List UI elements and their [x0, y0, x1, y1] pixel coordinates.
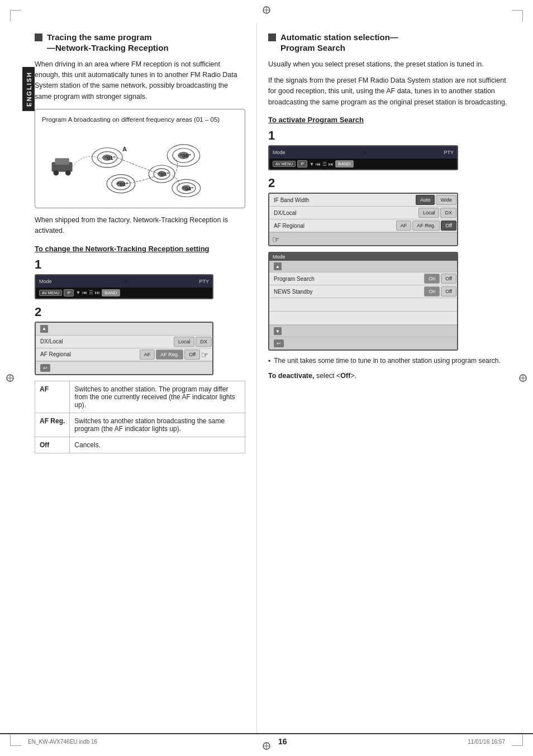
- off-btn[interactable]: Off: [184, 350, 200, 360]
- footer-left: EN_KW-AVX746EU.indb 16: [28, 739, 97, 745]
- right-row-afregional: AF Regional AF AF Reg. Off: [269, 219, 457, 232]
- af-btn[interactable]: AF: [140, 350, 155, 360]
- auto-btn[interactable]: Auto: [416, 195, 435, 205]
- newsstandby-off-btn[interactable]: Off: [441, 286, 456, 296]
- right-row-ifbandwidth: IF Band Width Auto Wide: [269, 194, 457, 207]
- svg-text:☞: ☞: [122, 277, 129, 286]
- svg-text:"01": "01": [104, 155, 116, 161]
- right-av-btn-1[interactable]: AV MENU: [273, 161, 296, 167]
- table-row-afreg: AF Reg. Switches to another station broa…: [35, 413, 245, 437]
- left-device-ui-step1: Mode ☞ PTY AV MENU P ▼ ⏮ ☰ ⏭ BAND: [35, 274, 213, 299]
- term-afreg: AF Reg.: [35, 413, 70, 437]
- reg-mark-right: [518, 374, 527, 382]
- svg-point-15: [65, 170, 71, 176]
- wide-btn[interactable]: Wide: [436, 195, 456, 205]
- corner-mark-tl: [10, 10, 21, 21]
- right-heading-box-icon: [268, 34, 276, 41]
- settings-row-afregional: AF Regional AF AF Reg. Off ☞: [36, 348, 212, 361]
- ifbandwidth-label: IF Band Width: [269, 195, 415, 205]
- section1-body2: When shipped from the factory, Network-T…: [35, 215, 245, 237]
- right-column: Automatic station selection— Program Sea…: [257, 22, 511, 734]
- right-device-ui-step1: Mode ☞ PTY AV MENU P ▼ ⏮ ☰ ⏭ BAND: [268, 145, 458, 170]
- diagram-caption: Program A broadcasting on different freq…: [42, 115, 238, 124]
- right-section1-title: Automatic station selection— Program Sea…: [280, 32, 398, 54]
- footer-right: 11/01/16 16:57: [468, 739, 505, 745]
- svg-text:"04": "04": [183, 185, 194, 192]
- right-row-newsstandby: NEWS Standby On Off: [269, 285, 457, 298]
- reg-mark-left: [6, 374, 15, 382]
- page-number: 16: [97, 737, 468, 746]
- right-afreg-btn[interactable]: AF Reg.: [412, 221, 440, 231]
- svg-rect-13: [55, 158, 69, 165]
- svg-text:☞: ☞: [272, 235, 279, 244]
- right-off-btn[interactable]: Off: [441, 221, 456, 231]
- diagram-svg: "01" A "05" "03" "02": [42, 128, 238, 201]
- right-back-btn[interactable]: ↩: [274, 339, 284, 347]
- deactivate-text: To deactivate, select <Off>.: [268, 371, 511, 381]
- svg-point-14: [53, 170, 59, 176]
- svg-text:"03": "03": [158, 171, 169, 178]
- table-row-off: Off Cancels.: [35, 437, 245, 453]
- explain-table: AF Switches to another station. The prog…: [35, 381, 245, 453]
- right-mode-label-1: Mode: [273, 150, 285, 155]
- left-mode-label: Mode: [39, 279, 52, 284]
- right-step2-number: 2: [268, 176, 511, 190]
- programsearch-off-btn[interactable]: Off: [441, 274, 456, 284]
- right-mode-header: Mode: [269, 253, 457, 261]
- right-step1-number: 1: [268, 128, 511, 143]
- diagram-box: Program A broadcasting on different freq…: [35, 109, 245, 208]
- right-af-btn[interactable]: AF: [396, 221, 412, 231]
- bullet-text: The unit takes some time to tune in to a…: [274, 356, 501, 366]
- right-band-btn-1[interactable]: BAND: [335, 160, 353, 168]
- left-settings-ui: ▲ DX/Local Local DX AF Regional AF AF Re…: [35, 322, 213, 375]
- programsearch-label: Program Search: [269, 274, 423, 284]
- right-settings-ui-bottom: Mode ▲ Program Search On Off NEWS Standb…: [268, 252, 458, 351]
- left-pty-label: PTY: [199, 279, 209, 284]
- content-area: Tracing the same program —Network-Tracki…: [22, 22, 511, 734]
- right-scroll-down-btn[interactable]: ▼: [274, 327, 282, 335]
- svg-text:"05": "05": [180, 152, 191, 159]
- right-row-dxlocal: DX/Local Local DX: [269, 207, 457, 219]
- back-btn[interactable]: ↩: [40, 364, 50, 372]
- right-dxlocal-label: DX/Local: [269, 208, 418, 218]
- left-p-btn[interactable]: P: [64, 289, 74, 296]
- heading-box-icon: [35, 34, 42, 41]
- left-av-btn[interactable]: AV MENU: [39, 290, 62, 296]
- newsstandby-label: NEWS Standby: [269, 286, 423, 297]
- corner-mark-tr: [512, 10, 523, 21]
- step2-number: 2: [35, 305, 245, 319]
- afreg-btn[interactable]: AF Reg.: [156, 350, 183, 360]
- right-p-btn-1[interactable]: P: [297, 160, 307, 168]
- svg-text:A: A: [122, 146, 127, 152]
- table-row-af: AF Switches to another station. The prog…: [35, 381, 245, 413]
- section1-title: Tracing the same program —Network-Tracki…: [47, 32, 169, 54]
- right-dx-btn[interactable]: DX: [440, 208, 456, 218]
- scroll-up-btn[interactable]: ▲: [40, 325, 48, 333]
- desc-off: Cancels.: [70, 437, 245, 453]
- step1-number: 1: [35, 257, 245, 272]
- svg-text:☞: ☞: [361, 149, 368, 157]
- desc-af: Switches to another station. The program…: [70, 381, 245, 413]
- right-afregional-label: AF Regional: [269, 221, 396, 231]
- dx-btn[interactable]: DX: [196, 337, 212, 347]
- right-section1-heading: Automatic station selection— Program Sea…: [268, 32, 511, 54]
- right-row-programsearch: Program Search On Off: [269, 272, 457, 285]
- section1-heading: Tracing the same program —Network-Tracki…: [35, 32, 245, 54]
- section1-body1: When driving in an area where FM recepti…: [35, 59, 245, 103]
- afregional-label: AF Regional: [36, 349, 139, 360]
- newsstandby-on-btn[interactable]: On: [424, 286, 440, 296]
- svg-text:☞: ☞: [201, 350, 208, 360]
- right-pty-label-1: PTY: [444, 150, 454, 155]
- page-footer: EN_KW-AVX746EU.indb 16 16 11/01/16 16:57: [0, 733, 533, 746]
- local-btn[interactable]: Local: [174, 337, 195, 347]
- desc-afreg: Switches to another station broadcasting…: [70, 413, 245, 437]
- programsearch-on-btn[interactable]: On: [424, 274, 440, 284]
- left-column: Tracing the same program —Network-Tracki…: [22, 22, 257, 734]
- term-af: AF: [35, 381, 70, 413]
- right-local-btn[interactable]: Local: [418, 208, 440, 218]
- left-band-btn[interactable]: BAND: [102, 289, 120, 296]
- right-scroll-up-btn[interactable]: ▲: [274, 262, 282, 270]
- right-subheading: To activate Program Search: [268, 116, 511, 124]
- dxlocal-label: DX/Local: [36, 336, 173, 347]
- bullet-item: • The unit takes some time to tune in to…: [268, 356, 511, 366]
